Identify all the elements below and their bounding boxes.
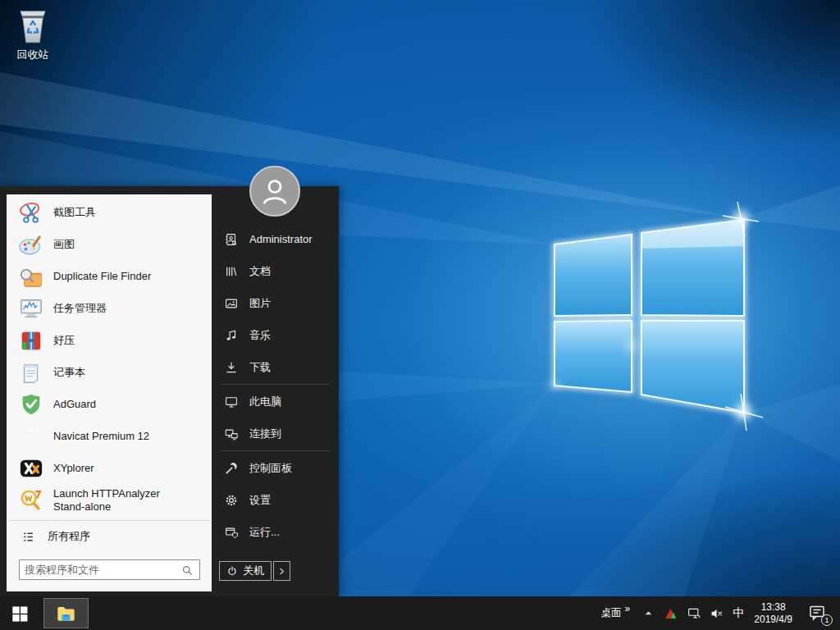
xyplorer-icon <box>19 456 43 481</box>
program-item[interactable]: 记事本 <box>7 356 212 388</box>
search-row <box>7 555 212 591</box>
navicat-icon <box>19 424 43 449</box>
start-button[interactable] <box>0 596 39 630</box>
program-item[interactable]: 任务管理器 <box>7 292 212 324</box>
start-right-item[interactable]: 控制面板 <box>218 452 336 484</box>
program-label: 好压 <box>53 334 75 347</box>
downloads-icon <box>224 360 239 375</box>
network-icon[interactable] <box>687 606 701 621</box>
program-label: Duplicate File Finder <box>53 270 151 283</box>
clock-date: 2019/4/9 <box>754 614 792 626</box>
shutdown-label: 关机 <box>243 564 264 578</box>
divider <box>220 384 330 385</box>
recycle-bin[interactable]: 回收站 <box>3 7 62 62</box>
program-label: 画图 <box>53 238 75 251</box>
start-menu: 截图工具 画图 Duplicate File Finder 任务 <box>0 186 339 596</box>
user-avatar-icon <box>257 173 293 209</box>
action-center-button[interactable]: 1 <box>807 603 829 624</box>
all-programs-button[interactable]: 所有程序 <box>7 523 212 550</box>
program-item[interactable]: Launch HTTPAnalyzer Stand-alone <box>7 484 212 516</box>
volume-muted-icon[interactable] <box>710 606 724 621</box>
program-label: XYplorer <box>53 462 94 475</box>
program-item[interactable]: 截图工具 <box>7 196 212 228</box>
shutdown-options-button[interactable] <box>273 561 290 581</box>
start-right-label: 音乐 <box>249 328 271 343</box>
chevron-right-icon <box>277 567 286 576</box>
recycle-bin-icon <box>12 7 53 46</box>
divider <box>8 520 210 521</box>
start-right-label: 下载 <box>249 360 271 375</box>
search-input[interactable] <box>19 559 200 580</box>
show-hidden-icons-button[interactable] <box>643 608 654 619</box>
file-explorer-taskbar-button[interactable] <box>43 598 89 628</box>
start-right-label: 运行... <box>249 525 280 540</box>
system-tray: 桌面 » 中 13:38 2019/4/9 1 <box>601 596 840 630</box>
clock[interactable]: 13:38 2019/4/9 <box>754 601 792 626</box>
clock-time: 13:38 <box>754 601 792 614</box>
program-item[interactable]: AdGuard <box>7 388 212 420</box>
start-right-item[interactable]: 此电脑 <box>218 386 336 418</box>
adguard-icon <box>19 392 43 417</box>
program-item[interactable]: XYplorer <box>7 452 212 484</box>
start-right-item[interactable]: 音乐 <box>218 319 336 351</box>
divider <box>220 450 330 451</box>
program-label: 记事本 <box>53 366 85 379</box>
program-label: 任务管理器 <box>53 302 107 315</box>
program-item[interactable]: 好压 <box>7 324 212 356</box>
user-avatar[interactable] <box>249 166 300 217</box>
graphics-utility-tray-icon[interactable] <box>664 606 678 621</box>
snipping-tool-icon <box>19 200 43 225</box>
settings-icon <box>224 493 239 508</box>
notification-badge: 1 <box>821 614 833 626</box>
start-right-item[interactable]: 文档 <box>218 255 336 287</box>
toolbar-expand-chevron-icon: » <box>625 603 631 614</box>
this-pc-icon <box>224 395 239 409</box>
start-menu-left-panel: 截图工具 画图 Duplicate File Finder 任务 <box>7 194 212 591</box>
taskbar: 桌面 » 中 13:38 2019/4/9 1 <box>0 596 840 630</box>
start-right-label: Administrator <box>249 233 313 245</box>
program-label: Launch HTTPAnalyzer Stand-alone <box>53 487 176 514</box>
input-method-indicator[interactable]: 中 <box>733 606 744 621</box>
shutdown-group: 关机 <box>219 561 290 581</box>
program-label: AdGuard <box>53 398 96 411</box>
start-right-label: 此电脑 <box>249 395 281 409</box>
task-manager-icon <box>19 296 43 321</box>
haozip-icon <box>19 328 43 353</box>
shutdown-button[interactable]: 关机 <box>219 561 272 581</box>
program-item[interactable]: 画图 <box>7 228 212 260</box>
windows-logo-icon <box>11 605 29 622</box>
start-menu-right-panel: Administrator 文档 图片 音乐 <box>218 223 336 548</box>
program-item[interactable]: Navicat Premium 12 <box>7 420 212 452</box>
start-right-item[interactable]: 图片 <box>218 287 336 319</box>
search-icon <box>181 564 194 577</box>
start-right-item[interactable]: 设置 <box>218 484 336 516</box>
notepad-icon <box>19 360 43 385</box>
start-right-item[interactable]: 运行... <box>218 516 336 548</box>
program-item[interactable]: Duplicate File Finder <box>7 260 212 292</box>
start-right-label: 文档 <box>249 264 271 279</box>
pictures-icon <box>224 296 239 311</box>
start-right-item[interactable]: Administrator <box>218 223 336 255</box>
desktop-toolbar[interactable]: 桌面 » <box>601 606 631 620</box>
program-list: 截图工具 画图 Duplicate File Finder 任务 <box>7 194 212 516</box>
desktop-toolbar-label: 桌面 <box>601 606 622 620</box>
all-programs-icon <box>21 530 35 544</box>
recycle-bin-label: 回收站 <box>3 48 62 62</box>
control-panel-icon <box>224 461 239 476</box>
user-icon <box>224 232 239 247</box>
paint-icon <box>19 232 43 257</box>
documents-icon <box>224 264 239 279</box>
all-programs-label: 所有程序 <box>48 529 90 544</box>
program-label: 截图工具 <box>53 206 96 219</box>
start-right-item[interactable]: 下载 <box>218 351 336 383</box>
start-right-item[interactable]: 连接到 <box>218 418 336 450</box>
start-right-label: 连接到 <box>249 427 281 441</box>
program-label: Navicat Premium 12 <box>53 430 149 443</box>
music-icon <box>224 328 239 343</box>
connect-to-icon <box>224 427 239 441</box>
start-right-label: 设置 <box>249 493 271 508</box>
start-right-label: 控制面板 <box>249 461 292 476</box>
run-icon <box>224 525 239 540</box>
httpanalyzer-icon <box>19 488 43 513</box>
desktop: 回收站 截图工具 画图 D <box>0 0 840 630</box>
